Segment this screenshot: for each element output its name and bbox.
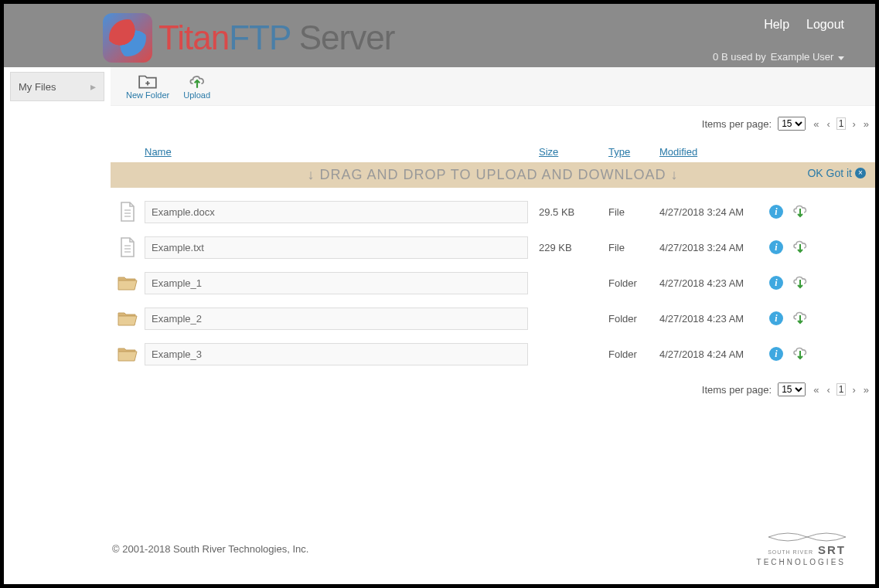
- header-bar: TitanFTP Server Help Logout 0 B used by …: [4, 4, 875, 67]
- info-button[interactable]: i: [769, 311, 783, 325]
- app-logo: TitanFTP Server: [103, 13, 394, 63]
- col-size-header[interactable]: Size: [539, 146, 558, 158]
- toolbar: New Folder Upload: [111, 67, 875, 106]
- table-row: Folder4/27/2018 4:23 AMi: [111, 301, 875, 336]
- file-type: Folder: [608, 277, 659, 289]
- table-row: Folder4/27/2018 4:23 AMi: [111, 265, 875, 301]
- ok-label: OK Got it: [807, 167, 852, 179]
- table-header: Name Size Type Modified: [111, 141, 875, 162]
- upload-button[interactable]: Upload: [183, 73, 210, 100]
- folder-icon: [117, 310, 138, 327]
- usage-text: 0 B used by: [713, 51, 766, 63]
- col-type-header[interactable]: Type: [608, 146, 630, 158]
- folder-icon: [117, 274, 138, 291]
- download-icon: [791, 202, 809, 219]
- brand-server: Server: [291, 19, 395, 56]
- copyright-text: © 2001-2018 South River Technologies, In…: [112, 543, 308, 555]
- info-button[interactable]: i: [769, 205, 783, 219]
- usage-row: 0 B used by Example User: [713, 51, 844, 63]
- pager-last[interactable]: »: [862, 118, 870, 130]
- file-name-input[interactable]: [145, 272, 528, 294]
- srt-sublabel: TECHNOLOGIES: [757, 557, 846, 567]
- dismiss-banner-button[interactable]: OK Got it ×: [807, 167, 866, 179]
- file-type: Folder: [608, 313, 659, 325]
- footer: © 2001-2018 South River Technologies, In…: [112, 532, 846, 568]
- download-button[interactable]: [791, 238, 809, 257]
- file-table: Name Size Type Modified ↓ DRAG AND DROP …: [111, 141, 875, 372]
- download-button[interactable]: [791, 202, 809, 222]
- drag-drop-banner: ↓ DRAG AND DROP TO UPLOAD AND DOWNLOAD ↓…: [111, 162, 875, 188]
- file-name-input[interactable]: [145, 236, 528, 259]
- pager-current: 1: [836, 117, 847, 130]
- file-type: Folder: [608, 348, 659, 360]
- pager-prev-bottom[interactable]: ‹: [825, 384, 831, 396]
- brand-titan: Titan: [158, 19, 229, 56]
- table-row: Folder4/27/2018 4:24 AMi: [111, 336, 875, 372]
- download-icon: [791, 309, 809, 326]
- srt-label: SRT: [818, 542, 846, 558]
- user-menu[interactable]: Example User: [771, 51, 844, 63]
- file-name-input[interactable]: [145, 343, 528, 365]
- brand-ftp: FTP: [229, 19, 290, 56]
- srt-logo: SOUTH RIVER SRT TECHNOLOGIES: [757, 532, 846, 568]
- pager-next-bottom[interactable]: ›: [850, 384, 857, 396]
- col-modified-header[interactable]: Modified: [659, 146, 697, 158]
- items-per-page-select-bottom[interactable]: 15: [778, 382, 806, 396]
- sidebar-item-my-files[interactable]: My Files ▸: [10, 72, 104, 101]
- pager-bottom: Items per page: 15 « ‹ 1 › »: [111, 372, 875, 407]
- pager-prev[interactable]: ‹: [825, 118, 831, 130]
- info-button[interactable]: i: [769, 276, 783, 290]
- col-name-header[interactable]: Name: [145, 146, 172, 158]
- sidebar: My Files ▸: [4, 67, 104, 407]
- items-per-page-select[interactable]: 15: [778, 117, 806, 131]
- drag-banner-text: ↓ DRAG AND DROP TO UPLOAD AND DOWNLOAD ↓: [307, 167, 678, 182]
- srt-wave-icon: [768, 532, 846, 542]
- file-modified: 4/27/2018 4:24 AM: [659, 348, 769, 360]
- new-folder-button[interactable]: New Folder: [126, 73, 169, 100]
- file-size: 229 KB: [539, 242, 608, 253]
- close-icon: ×: [855, 168, 866, 178]
- pager-next[interactable]: ›: [850, 118, 857, 130]
- file-modified: 4/27/2018 3:24 AM: [659, 242, 769, 253]
- sidebar-item-label: My Files: [19, 81, 56, 93]
- user-name: Example User: [771, 51, 834, 63]
- app-title: TitanFTP Server: [158, 19, 394, 57]
- table-row: 29.5 KBFile4/27/2018 3:24 AMi: [111, 194, 875, 229]
- file-icon: [118, 236, 137, 258]
- file-modified: 4/27/2018 3:24 AM: [659, 206, 769, 218]
- file-modified: 4/27/2018 4:23 AM: [659, 313, 769, 325]
- pager-top: Items per page: 15 « ‹ 1 › »: [111, 106, 875, 141]
- pager-current-bottom: 1: [836, 383, 847, 396]
- file-name-input[interactable]: [145, 201, 528, 223]
- table-row: 229 KBFile4/27/2018 3:24 AMi: [111, 229, 875, 265]
- download-button[interactable]: [791, 309, 809, 328]
- logout-link[interactable]: Logout: [806, 18, 844, 32]
- info-button[interactable]: i: [769, 347, 783, 361]
- upload-label: Upload: [183, 90, 210, 100]
- logo-icon: [103, 13, 152, 63]
- items-per-page-label-bottom: Items per page:: [702, 384, 772, 396]
- pager-last-bottom[interactable]: »: [862, 384, 870, 396]
- file-type: File: [608, 242, 659, 253]
- download-button[interactable]: [791, 345, 809, 364]
- info-button[interactable]: i: [769, 240, 783, 254]
- help-link[interactable]: Help: [764, 18, 789, 32]
- file-modified: 4/27/2018 4:23 AM: [659, 277, 769, 289]
- chevron-down-icon: [838, 56, 844, 60]
- download-icon: [791, 345, 809, 362]
- pager-first-bottom[interactable]: «: [812, 384, 820, 396]
- file-icon: [118, 201, 137, 223]
- pager-first[interactable]: «: [812, 118, 820, 130]
- file-name-input[interactable]: [145, 308, 528, 330]
- file-type: File: [608, 206, 659, 218]
- file-size: 29.5 KB: [539, 206, 608, 218]
- download-icon: [791, 238, 809, 255]
- upload-icon: [187, 73, 207, 90]
- new-folder-icon: [138, 73, 158, 90]
- chevron-right-icon: ▸: [90, 80, 96, 93]
- download-button[interactable]: [791, 274, 809, 293]
- new-folder-label: New Folder: [126, 90, 169, 100]
- main-content: New Folder Upload Items per page: 15 «: [104, 67, 875, 407]
- download-icon: [791, 274, 809, 291]
- folder-icon: [117, 345, 138, 362]
